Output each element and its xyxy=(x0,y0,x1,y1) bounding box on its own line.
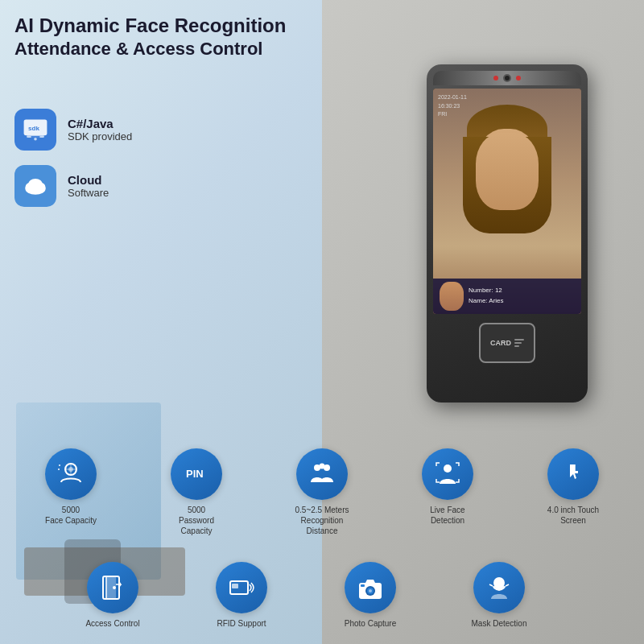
sdk-text: C#/Java SDK provided xyxy=(68,117,132,142)
svg-point-20 xyxy=(320,464,325,469)
feature-badges: sdk C#/Java SDK provided xyxy=(14,109,240,221)
camera-dot xyxy=(503,74,511,82)
feature-pin: PIN 5000Password Capacity xyxy=(134,445,259,539)
feature-rfid: RFID Support xyxy=(177,559,306,632)
face-detection-label: Live Face Detection xyxy=(415,505,480,526)
svg-text:PIN: PIN xyxy=(186,468,204,480)
features-row2: Access Control RFID Support xyxy=(48,559,564,632)
device-container: 2022-01-11 16:30:23 FRI Number: 12 Name:… xyxy=(402,64,612,451)
screen-time: 2022-01-11 16:30:23 FRI xyxy=(438,93,467,119)
svg-line-33 xyxy=(489,584,493,586)
touch-circle xyxy=(547,448,599,500)
sdk-icon: sdk xyxy=(14,109,56,151)
mask-detection-label: Mask Detection xyxy=(472,618,527,629)
photo-capture-circle xyxy=(345,562,396,613)
rfid-label: RFID Support xyxy=(217,618,266,629)
pin-circle: PIN xyxy=(171,448,222,500)
sdk-badge: sdk C#/Java SDK provided xyxy=(14,109,240,151)
rfid-circle xyxy=(216,562,267,613)
access-control-label: Access Control xyxy=(85,618,139,629)
screen-small-face xyxy=(440,282,464,311)
device-screen: 2022-01-11 16:30:23 FRI Number: 12 Name:… xyxy=(433,89,581,314)
device-top-strip xyxy=(433,71,581,85)
pin-label: 5000Password Capacity xyxy=(164,505,229,536)
sdk-label: C#/Java xyxy=(68,117,132,130)
svg-point-3 xyxy=(34,138,37,141)
feature-face-detection: Live Face Detection xyxy=(385,445,510,539)
distance-label: 0.5~2.5 MetersRecognition Distance xyxy=(290,505,354,536)
title-line2: Attendance & Access Control xyxy=(14,38,304,61)
feature-mask-detection: Mask Detection xyxy=(435,559,564,632)
ir-light-left xyxy=(493,76,498,80)
card-reader: CARD xyxy=(479,323,535,363)
svg-line-34 xyxy=(506,584,509,586)
wave-3 xyxy=(514,345,519,347)
face-detection-circle xyxy=(422,448,473,500)
title-section: AI Dynamic Face Recognition Attendance &… xyxy=(14,14,304,60)
svg-point-21 xyxy=(444,464,452,473)
face-display: 2022-01-11 16:30:23 FRI Number: 12 Name:… xyxy=(433,89,581,314)
cloud-sublabel: Software xyxy=(68,187,109,199)
features-row1: 5000Face Capacity PIN 5000Password Capac… xyxy=(8,445,636,539)
distance-circle xyxy=(296,448,348,500)
feature-touch: 4.0 inch Touch Screen xyxy=(510,445,636,539)
screen-info-bar: Number: 12 Name: Aries xyxy=(433,279,581,314)
photo-capture-label: Photo Capture xyxy=(345,618,397,629)
device-outer: 2022-01-11 16:30:23 FRI Number: 12 Name:… xyxy=(427,64,588,402)
title-line1: AI Dynamic Face Recognition xyxy=(14,14,304,38)
touch-label: 4.0 inch Touch Screen xyxy=(541,505,605,526)
access-control-circle xyxy=(87,562,138,613)
svg-rect-31 xyxy=(361,584,365,587)
feature-access-control: Access Control xyxy=(48,559,177,632)
svg-point-8 xyxy=(28,179,43,190)
device-bottom: CARD xyxy=(433,319,581,367)
card-waves xyxy=(514,339,524,347)
sdk-sublabel: SDK provided xyxy=(68,130,132,142)
svg-text:sdk: sdk xyxy=(28,125,39,132)
svg-point-30 xyxy=(369,589,372,592)
face-capacity-label: 5000Face Capacity xyxy=(45,505,97,526)
svg-rect-26 xyxy=(232,584,238,588)
cloud-text: Cloud Software xyxy=(68,173,109,199)
mask-detection-circle xyxy=(473,562,525,613)
feature-face-capacity: 5000Face Capacity xyxy=(8,445,134,539)
svg-point-24 xyxy=(113,586,116,589)
wave-2 xyxy=(514,342,522,344)
ir-light-right xyxy=(516,76,521,80)
cloud-label: Cloud xyxy=(68,173,109,187)
feature-photo-capture: Photo Capture xyxy=(306,559,435,632)
feature-distance: 0.5~2.5 MetersRecognition Distance xyxy=(259,445,385,539)
wave-1 xyxy=(514,339,524,341)
cloud-icon xyxy=(14,165,56,207)
face-capacity-circle xyxy=(45,448,97,500)
cloud-badge: Cloud Software xyxy=(14,165,240,207)
screen-info-text: Number: 12 Name: Aries xyxy=(469,286,504,307)
